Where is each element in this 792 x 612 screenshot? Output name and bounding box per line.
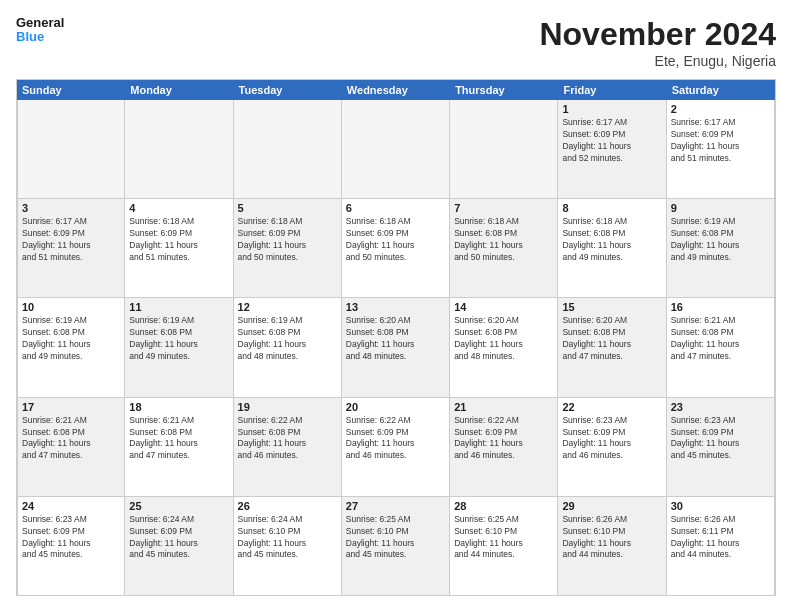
cell-info: Sunrise: 6:18 AM Sunset: 6:09 PM Dayligh… — [129, 216, 228, 264]
day-number: 13 — [346, 301, 445, 313]
day-number: 19 — [238, 401, 337, 413]
day-number: 9 — [671, 202, 770, 214]
calendar-cell: 9Sunrise: 6:19 AM Sunset: 6:08 PM Daylig… — [667, 199, 775, 297]
calendar-cell — [450, 100, 558, 198]
header-day: Saturday — [667, 80, 775, 100]
calendar-row: 3Sunrise: 6:17 AM Sunset: 6:09 PM Daylig… — [17, 199, 775, 298]
day-number: 20 — [346, 401, 445, 413]
day-number: 12 — [238, 301, 337, 313]
calendar-row: 24Sunrise: 6:23 AM Sunset: 6:09 PM Dayli… — [17, 497, 775, 595]
cell-info: Sunrise: 6:17 AM Sunset: 6:09 PM Dayligh… — [671, 117, 770, 165]
calendar-cell: 11Sunrise: 6:19 AM Sunset: 6:08 PM Dayli… — [125, 298, 233, 396]
day-number: 22 — [562, 401, 661, 413]
calendar: SundayMondayTuesdayWednesdayThursdayFrid… — [16, 79, 776, 596]
cell-info: Sunrise: 6:26 AM Sunset: 6:10 PM Dayligh… — [562, 514, 661, 562]
cell-info: Sunrise: 6:19 AM Sunset: 6:08 PM Dayligh… — [22, 315, 120, 363]
day-number: 6 — [346, 202, 445, 214]
calendar-cell: 6Sunrise: 6:18 AM Sunset: 6:09 PM Daylig… — [342, 199, 450, 297]
calendar-cell: 16Sunrise: 6:21 AM Sunset: 6:08 PM Dayli… — [667, 298, 775, 396]
day-number: 23 — [671, 401, 770, 413]
day-number: 5 — [238, 202, 337, 214]
calendar-cell: 2Sunrise: 6:17 AM Sunset: 6:09 PM Daylig… — [667, 100, 775, 198]
calendar-cell: 25Sunrise: 6:24 AM Sunset: 6:09 PM Dayli… — [125, 497, 233, 595]
page: General Blue November 2024 Ete, Enugu, N… — [0, 0, 792, 612]
header-day: Tuesday — [234, 80, 342, 100]
day-number: 18 — [129, 401, 228, 413]
day-number: 15 — [562, 301, 661, 313]
calendar-cell: 13Sunrise: 6:20 AM Sunset: 6:08 PM Dayli… — [342, 298, 450, 396]
day-number: 11 — [129, 301, 228, 313]
calendar-header: SundayMondayTuesdayWednesdayThursdayFrid… — [17, 80, 775, 100]
logo-blue: Blue — [16, 30, 64, 44]
day-number: 26 — [238, 500, 337, 512]
cell-info: Sunrise: 6:17 AM Sunset: 6:09 PM Dayligh… — [22, 216, 120, 264]
calendar-cell: 1Sunrise: 6:17 AM Sunset: 6:09 PM Daylig… — [558, 100, 666, 198]
day-number: 30 — [671, 500, 770, 512]
cell-info: Sunrise: 6:21 AM Sunset: 6:08 PM Dayligh… — [22, 415, 120, 463]
cell-info: Sunrise: 6:24 AM Sunset: 6:10 PM Dayligh… — [238, 514, 337, 562]
calendar-row: 1Sunrise: 6:17 AM Sunset: 6:09 PM Daylig… — [17, 100, 775, 199]
calendar-cell: 17Sunrise: 6:21 AM Sunset: 6:08 PM Dayli… — [17, 398, 125, 496]
calendar-cell — [234, 100, 342, 198]
calendar-cell: 7Sunrise: 6:18 AM Sunset: 6:08 PM Daylig… — [450, 199, 558, 297]
day-number: 3 — [22, 202, 120, 214]
logo: General Blue — [16, 16, 64, 45]
calendar-cell: 14Sunrise: 6:20 AM Sunset: 6:08 PM Dayli… — [450, 298, 558, 396]
day-number: 14 — [454, 301, 553, 313]
calendar-body: 1Sunrise: 6:17 AM Sunset: 6:09 PM Daylig… — [17, 100, 775, 595]
month-title: November 2024 — [539, 16, 776, 53]
calendar-cell: 27Sunrise: 6:25 AM Sunset: 6:10 PM Dayli… — [342, 497, 450, 595]
calendar-cell: 20Sunrise: 6:22 AM Sunset: 6:09 PM Dayli… — [342, 398, 450, 496]
cell-info: Sunrise: 6:19 AM Sunset: 6:08 PM Dayligh… — [671, 216, 770, 264]
day-number: 2 — [671, 103, 770, 115]
cell-info: Sunrise: 6:20 AM Sunset: 6:08 PM Dayligh… — [454, 315, 553, 363]
cell-info: Sunrise: 6:18 AM Sunset: 6:09 PM Dayligh… — [346, 216, 445, 264]
day-number: 24 — [22, 500, 120, 512]
logo-general: General — [16, 16, 64, 30]
title-section: November 2024 Ete, Enugu, Nigeria — [539, 16, 776, 69]
calendar-cell: 18Sunrise: 6:21 AM Sunset: 6:08 PM Dayli… — [125, 398, 233, 496]
calendar-cell: 22Sunrise: 6:23 AM Sunset: 6:09 PM Dayli… — [558, 398, 666, 496]
cell-info: Sunrise: 6:20 AM Sunset: 6:08 PM Dayligh… — [562, 315, 661, 363]
calendar-cell: 8Sunrise: 6:18 AM Sunset: 6:08 PM Daylig… — [558, 199, 666, 297]
calendar-cell: 24Sunrise: 6:23 AM Sunset: 6:09 PM Dayli… — [17, 497, 125, 595]
header-day: Thursday — [450, 80, 558, 100]
day-number: 28 — [454, 500, 553, 512]
cell-info: Sunrise: 6:21 AM Sunset: 6:08 PM Dayligh… — [129, 415, 228, 463]
cell-info: Sunrise: 6:18 AM Sunset: 6:08 PM Dayligh… — [562, 216, 661, 264]
calendar-cell — [125, 100, 233, 198]
calendar-cell: 4Sunrise: 6:18 AM Sunset: 6:09 PM Daylig… — [125, 199, 233, 297]
cell-info: Sunrise: 6:22 AM Sunset: 6:09 PM Dayligh… — [454, 415, 553, 463]
day-number: 29 — [562, 500, 661, 512]
calendar-cell: 10Sunrise: 6:19 AM Sunset: 6:08 PM Dayli… — [17, 298, 125, 396]
cell-info: Sunrise: 6:23 AM Sunset: 6:09 PM Dayligh… — [22, 514, 120, 562]
day-number: 1 — [562, 103, 661, 115]
calendar-cell: 21Sunrise: 6:22 AM Sunset: 6:09 PM Dayli… — [450, 398, 558, 496]
cell-info: Sunrise: 6:21 AM Sunset: 6:08 PM Dayligh… — [671, 315, 770, 363]
calendar-cell: 23Sunrise: 6:23 AM Sunset: 6:09 PM Dayli… — [667, 398, 775, 496]
cell-info: Sunrise: 6:17 AM Sunset: 6:09 PM Dayligh… — [562, 117, 661, 165]
calendar-cell: 29Sunrise: 6:26 AM Sunset: 6:10 PM Dayli… — [558, 497, 666, 595]
calendar-cell: 15Sunrise: 6:20 AM Sunset: 6:08 PM Dayli… — [558, 298, 666, 396]
cell-info: Sunrise: 6:22 AM Sunset: 6:09 PM Dayligh… — [346, 415, 445, 463]
day-number: 27 — [346, 500, 445, 512]
calendar-cell: 12Sunrise: 6:19 AM Sunset: 6:08 PM Dayli… — [234, 298, 342, 396]
calendar-row: 10Sunrise: 6:19 AM Sunset: 6:08 PM Dayli… — [17, 298, 775, 397]
cell-info: Sunrise: 6:20 AM Sunset: 6:08 PM Dayligh… — [346, 315, 445, 363]
cell-info: Sunrise: 6:26 AM Sunset: 6:11 PM Dayligh… — [671, 514, 770, 562]
calendar-cell: 26Sunrise: 6:24 AM Sunset: 6:10 PM Dayli… — [234, 497, 342, 595]
cell-info: Sunrise: 6:19 AM Sunset: 6:08 PM Dayligh… — [238, 315, 337, 363]
day-number: 7 — [454, 202, 553, 214]
calendar-cell — [342, 100, 450, 198]
day-number: 21 — [454, 401, 553, 413]
calendar-cell: 28Sunrise: 6:25 AM Sunset: 6:10 PM Dayli… — [450, 497, 558, 595]
header-day: Monday — [125, 80, 233, 100]
cell-info: Sunrise: 6:23 AM Sunset: 6:09 PM Dayligh… — [562, 415, 661, 463]
calendar-cell: 5Sunrise: 6:18 AM Sunset: 6:09 PM Daylig… — [234, 199, 342, 297]
location: Ete, Enugu, Nigeria — [539, 53, 776, 69]
header: General Blue November 2024 Ete, Enugu, N… — [16, 16, 776, 69]
cell-info: Sunrise: 6:22 AM Sunset: 6:08 PM Dayligh… — [238, 415, 337, 463]
header-day: Friday — [558, 80, 666, 100]
cell-info: Sunrise: 6:18 AM Sunset: 6:09 PM Dayligh… — [238, 216, 337, 264]
calendar-row: 17Sunrise: 6:21 AM Sunset: 6:08 PM Dayli… — [17, 398, 775, 497]
